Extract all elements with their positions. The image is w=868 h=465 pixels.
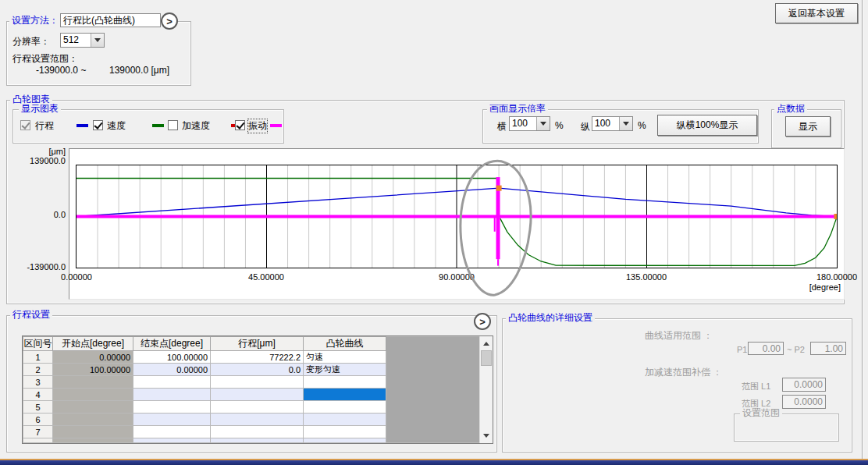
stroke-settings-title: 行程设置 xyxy=(10,310,52,320)
horizontal-zoom-select[interactable]: 100 xyxy=(509,116,550,131)
header-section-no: 区间号 xyxy=(23,337,53,351)
setting-method-field[interactable]: 行程比(凸轮曲线) xyxy=(60,13,161,27)
end-point-cell[interactable] xyxy=(133,376,211,389)
vertical-zoom-select[interactable]: 100 xyxy=(592,116,633,131)
back-to-basic-settings-button[interactable]: 返回基本设置 xyxy=(775,3,858,23)
cam-chart-canvas xyxy=(76,165,837,268)
stroke-color-swatch xyxy=(76,124,88,127)
x-axis-unit: [degree] xyxy=(770,282,841,292)
start-point-cell xyxy=(53,376,133,389)
speed-checkbox[interactable] xyxy=(93,120,103,130)
header-start-point: 开始点[degree] xyxy=(53,337,133,351)
stroke-checkbox-label: 行程 xyxy=(35,119,54,133)
chevron-down-icon[interactable] xyxy=(91,34,104,47)
speed-checkbox-label: 速度 xyxy=(107,119,126,133)
accel-comp-label: 加减速范围补偿 ： xyxy=(645,366,722,379)
zoom-group-title: 画面显示倍率 xyxy=(487,104,548,114)
speed-color-swatch xyxy=(152,124,164,127)
set-range-label: 设置范围 xyxy=(740,408,782,418)
acceleration-checkbox-label: 加速度 xyxy=(182,119,210,133)
start-point-cell: 0.00000 xyxy=(53,351,133,364)
start-point-cell xyxy=(53,389,133,401)
vertical-zoom-unit: % xyxy=(638,120,646,131)
x-tick-180: 180.00000 xyxy=(802,272,868,282)
cam-curve-cell[interactable]: 变形匀速 xyxy=(304,364,386,376)
window-right-edge-highlight xyxy=(863,0,863,459)
curve-detail-title: 凸轮曲线的详细设置 xyxy=(506,313,595,323)
cam-curve-cell[interactable] xyxy=(304,426,386,438)
stroke-cell[interactable] xyxy=(211,376,304,389)
resolution-value: 512 xyxy=(61,34,91,47)
stroke-cell[interactable] xyxy=(211,426,304,438)
chevron-down-icon[interactable] xyxy=(619,117,632,130)
horizontal-zoom-value: 100 xyxy=(510,117,536,130)
row-number-cell[interactable]: 3 xyxy=(23,376,53,389)
start-point-cell: 100.00000 xyxy=(53,364,133,376)
row-number-cell[interactable]: 6 xyxy=(23,414,53,426)
cam-curve-cell[interactable] xyxy=(304,401,386,414)
acceleration-checkbox[interactable] xyxy=(168,120,178,130)
fit-100-percent-button[interactable]: 纵横100%显示 xyxy=(657,115,757,136)
stroke-cell[interactable]: 77222.2 xyxy=(211,351,304,364)
range-l1-field: 0.0000 xyxy=(782,378,826,392)
method-expand-button[interactable]: > xyxy=(161,12,178,30)
window-bottom-edge xyxy=(0,459,868,465)
end-point-cell[interactable]: 100.00000 xyxy=(133,351,211,364)
row-number-cell[interactable]: 7 xyxy=(23,426,53,438)
start-point-cell xyxy=(53,426,133,438)
p2-field: 1.00 xyxy=(810,342,846,355)
chevron-right-icon: > xyxy=(479,316,486,328)
point-data-show-button[interactable]: 显示 xyxy=(785,116,831,137)
y-axis-min-label: -139000.0 xyxy=(5,262,66,272)
x-tick-0: 0.00000 xyxy=(41,272,112,282)
x-tick-135: 135.00000 xyxy=(611,272,681,282)
row-number-cell[interactable]: 4 xyxy=(23,389,53,401)
range-l2-field: 0.0000 xyxy=(782,395,826,409)
stroke-range-max: 139000.0 [μm] xyxy=(109,65,169,76)
chevron-right-icon: > xyxy=(166,16,173,27)
row-number-cell[interactable]: 5 xyxy=(23,401,53,414)
row-number-cell[interactable]: 1 xyxy=(23,351,53,364)
display-chart-title: 显示图表 xyxy=(19,104,61,114)
scroll-up-icon[interactable] xyxy=(481,338,492,349)
cam-curve-cell-selected[interactable] xyxy=(304,389,386,401)
start-point-cell xyxy=(53,414,133,426)
scrollbar-thumb[interactable] xyxy=(481,350,492,366)
y-axis-max-label: 139000.0 xyxy=(5,156,66,165)
range-l1-label: 范围 L1 xyxy=(742,381,770,392)
end-point-cell[interactable] xyxy=(133,414,211,426)
tilde-p2-label: ~ P2 xyxy=(787,345,805,354)
stroke-settings-expand-button[interactable]: > xyxy=(474,313,491,330)
resolution-label: 分辨率： xyxy=(12,35,50,48)
resolution-select[interactable]: 512 xyxy=(60,33,105,48)
stroke-settings-table: 区间号 开始点[degree] 结束点[degree] 行程[μm] 凸轮曲线 … xyxy=(22,335,493,444)
end-point-cell[interactable] xyxy=(133,426,211,438)
y-axis-unit: [μm] xyxy=(5,147,66,156)
stroke-checkbox xyxy=(20,120,30,130)
stroke-cell[interactable]: 0.0 xyxy=(211,364,304,376)
row-number-cell[interactable]: 2 xyxy=(23,364,53,376)
end-point-cell[interactable] xyxy=(133,389,211,401)
x-tick-45: 45.00000 xyxy=(231,272,301,282)
vibration-checkbox[interactable] xyxy=(235,120,245,130)
cam-curve-cell[interactable] xyxy=(304,414,386,426)
stroke-cell[interactable] xyxy=(211,389,304,401)
scroll-down-icon[interactable] xyxy=(481,430,492,441)
cam-chart-plot-area xyxy=(76,165,838,268)
horizontal-zoom-unit: % xyxy=(555,120,564,131)
stroke-table: 区间号 开始点[degree] 结束点[degree] 行程[μm] 凸轮曲线 … xyxy=(23,336,480,443)
end-point-cell[interactable] xyxy=(133,401,211,414)
table-vertical-scrollbar[interactable] xyxy=(479,336,493,443)
end-point-cell[interactable]: 0.00000 xyxy=(133,364,211,376)
header-stroke: 行程[μm] xyxy=(211,337,304,351)
chevron-down-icon[interactable] xyxy=(536,117,550,130)
table-header-row: 区间号 开始点[degree] 结束点[degree] 行程[μm] 凸轮曲线 xyxy=(23,337,480,351)
stroke-cell[interactable] xyxy=(211,414,304,426)
cam-curve-cell[interactable] xyxy=(304,376,386,389)
curve-range-label: 曲线适用范围 ： xyxy=(645,329,713,343)
vertical-zoom-label: 纵 xyxy=(581,120,590,133)
stroke-cell[interactable] xyxy=(211,401,304,414)
stroke-range-min: -139000.0 ~ xyxy=(36,65,86,76)
cam-curve-cell[interactable]: 匀速 xyxy=(304,351,386,364)
y-axis-zero-label: 0.0 xyxy=(5,210,66,219)
